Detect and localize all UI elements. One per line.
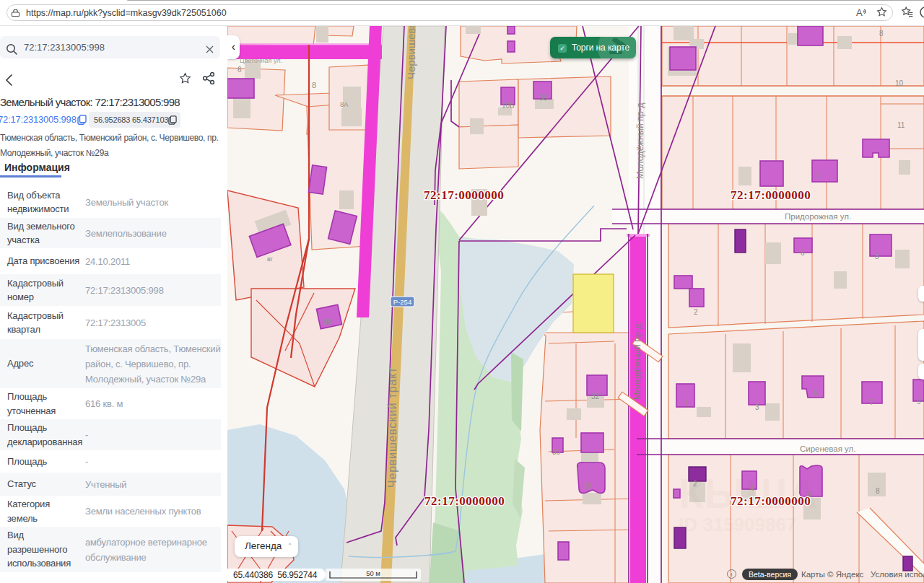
svg-text:7: 7: [816, 172, 821, 180]
svg-text:3: 3: [755, 403, 759, 411]
svg-text:6: 6: [237, 66, 242, 74]
svg-text:1: 1: [685, 400, 689, 408]
svg-text:10: 10: [895, 79, 904, 87]
svg-text:8: 8: [879, 30, 884, 38]
svg-text:Сиреневая ул.: Сиреневая ул.: [800, 444, 855, 453]
svg-text:10Б: 10Б: [502, 102, 515, 110]
svg-text:11: 11: [897, 121, 905, 129]
svg-text:8: 8: [875, 253, 879, 260]
svg-text:8А: 8А: [340, 100, 349, 108]
svg-text:Р-254: Р-254: [393, 298, 411, 306]
svg-text:72:17:0000000: 72:17:0000000: [731, 494, 811, 508]
svg-text:72:17:0000000: 72:17:0000000: [424, 188, 504, 202]
svg-text:вг: вг: [267, 255, 274, 263]
svg-text:КЫША: КЫША: [679, 470, 817, 517]
svg-text:50 м: 50 м: [366, 569, 380, 577]
svg-text:3Б: 3Б: [539, 94, 549, 102]
svg-text:A: A: [856, 7, 863, 18]
svg-text:Молодёжный пр-д: Молодёжный пр-д: [632, 323, 642, 400]
svg-text:Червишевский тракт: Червишевский тракт: [386, 367, 398, 488]
svg-text:8: 8: [876, 487, 880, 495]
svg-text:Цветочная ул.: Цветочная ул.: [240, 57, 282, 64]
svg-text:28: 28: [584, 482, 593, 490]
svg-text:Молодёжный пр-д: Молодёжный пр-д: [635, 102, 645, 179]
svg-text:98: 98: [323, 318, 332, 326]
svg-text:9: 9: [917, 398, 921, 406]
svg-text:Червишевский тракт: Червишевский тракт: [405, 26, 417, 79]
svg-text:5: 5: [814, 390, 818, 398]
svg-text:7: 7: [870, 398, 874, 406]
svg-text:72:17:0000000: 72:17:0000000: [424, 494, 505, 508]
svg-text:30: 30: [552, 448, 561, 456]
svg-text:72:17:0000000: 72:17:0000000: [731, 188, 811, 202]
svg-text:2: 2: [694, 308, 698, 316]
svg-text:32: 32: [591, 393, 600, 400]
svg-text:Придорожная ул.: Придорожная ул.: [785, 212, 851, 221]
svg-text:6: 6: [801, 249, 805, 257]
svg-text:8: 8: [312, 81, 316, 89]
svg-text:ID 315909867: ID 315909867: [679, 514, 796, 535]
